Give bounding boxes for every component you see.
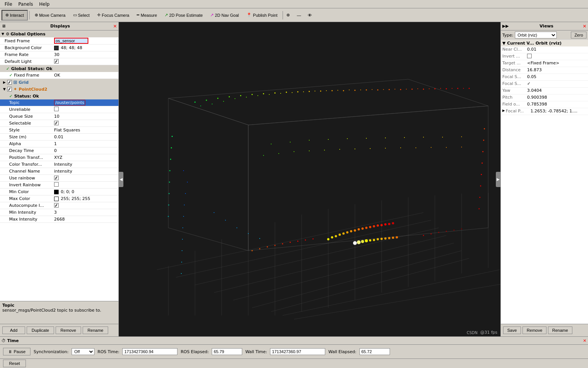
move-camera-button[interactable]: ⊕ Move Camera: [31, 10, 69, 21]
publish-point-label: Publish Point: [253, 13, 277, 18]
svg-point-151: [290, 242, 291, 243]
views-fov-val[interactable]: 0.785398: [527, 102, 547, 107]
topic-value[interactable]: /ouster/points: [53, 100, 118, 106]
queue-size-value[interactable]: 10: [53, 114, 118, 119]
displays-panel-close[interactable]: ✕: [113, 24, 117, 29]
pause-button[interactable]: ⏸ Pause: [3, 348, 30, 355]
views-target-val[interactable]: <Fixed Frame>: [527, 61, 559, 66]
extra-btn-3[interactable]: 👁: [306, 10, 316, 21]
ros-elapsed-input[interactable]: [212, 348, 242, 355]
time-title: Time: [7, 338, 19, 343]
views-rename-btn[interactable]: Rename: [548, 326, 572, 334]
time-panel-close[interactable]: ✕: [583, 338, 586, 343]
menu-panels[interactable]: Panels: [15, 1, 36, 8]
use-rainbow-value[interactable]: ✓: [53, 175, 118, 181]
svg-point-113: [431, 147, 431, 148]
max-color-value[interactable]: 255; 255; 255: [53, 196, 118, 202]
2d-pose-button[interactable]: ↗ 2D Pose Estimate: [161, 10, 206, 21]
color-transf-value[interactable]: Intensity: [53, 162, 118, 167]
zero-btn[interactable]: Zero: [571, 32, 586, 38]
svg-point-41: [366, 90, 367, 91]
alpha-value[interactable]: 1: [53, 141, 118, 147]
views-pitch-val[interactable]: 0.900398: [527, 95, 547, 100]
unreliable-value[interactable]: [53, 106, 118, 113]
queue-size-label: Queue Size: [0, 114, 53, 119]
size-value[interactable]: 0.01: [53, 134, 118, 140]
views-yaw-val[interactable]: 3.0404: [527, 88, 542, 93]
menu-help[interactable]: Help: [36, 1, 53, 8]
measure-button[interactable]: ━ Measure: [133, 10, 160, 21]
ros-time-input[interactable]: [122, 348, 177, 355]
views-distance-val[interactable]: 16.873: [527, 67, 542, 72]
views-focal-p-val[interactable]: 1.2653; -0.78542; 1....: [530, 109, 577, 114]
channel-name-value[interactable]: intensity: [53, 168, 118, 174]
fixed-frame-input[interactable]: [54, 38, 88, 44]
views-save-btn[interactable]: Save: [503, 326, 521, 334]
invert-checkbox[interactable]: [527, 54, 532, 58]
point-cloud-points-top: [195, 88, 470, 107]
add-button[interactable]: Add: [2, 326, 25, 334]
grid-section[interactable]: ▶ ✓ ⊞ Grid: [0, 79, 118, 86]
pointcloud2-section[interactable]: ▼ ✓ ✦ PointCloud2: [0, 86, 118, 93]
use-rainbow-checkbox[interactable]: ✓: [54, 176, 59, 180]
wall-time-input[interactable]: [270, 348, 325, 355]
viewport[interactable]: ◀ ▶ CSDN @31 fps: [119, 22, 500, 336]
menu-file[interactable]: File: [2, 1, 15, 8]
reset-button[interactable]: Reset: [3, 360, 26, 367]
bg-color-value[interactable]: 48; 48; 48: [53, 45, 118, 51]
sync-select[interactable]: Off: [72, 348, 94, 355]
fixed-frame-value[interactable]: [53, 37, 118, 44]
extra-btn-1[interactable]: ⊕: [284, 10, 294, 21]
views-focal-s1-val[interactable]: 0.05: [527, 74, 537, 79]
decay-time-value[interactable]: 0: [53, 148, 118, 154]
views-near-clip-val[interactable]: 0.01: [527, 47, 537, 52]
invert-rainbow-checkbox[interactable]: [54, 182, 59, 187]
autocompute-checkbox[interactable]: ✓: [54, 203, 59, 208]
max-intensity-value[interactable]: 2668: [53, 216, 118, 222]
interact-button[interactable]: ⊕ Interact: [2, 10, 28, 21]
focus-camera-button[interactable]: ✛ Focus Camera: [94, 10, 133, 21]
wall-elapsed-input[interactable]: [360, 348, 390, 355]
invert-rainbow-value[interactable]: [53, 182, 118, 188]
grid-checkbox[interactable]: ✓: [7, 80, 12, 85]
toolbar-sep-2: [283, 11, 283, 19]
views-invert-val[interactable]: [527, 54, 532, 59]
2d-nav-button[interactable]: ↗ 2D Nav Goal: [207, 10, 242, 21]
publish-point-button[interactable]: 📍 Publish Point: [243, 10, 281, 21]
svg-point-78: [169, 170, 171, 171]
duplicate-button[interactable]: Duplicate: [27, 326, 54, 334]
views-panel-close[interactable]: ✕: [583, 24, 586, 29]
views-list: ▼ Current V... Orbit (rviz) Near Cl... 0…: [501, 40, 588, 324]
views-remove-btn[interactable]: Remove: [522, 326, 546, 334]
remove-button[interactable]: Remove: [56, 326, 81, 334]
frame-rate-value[interactable]: 30: [53, 52, 118, 58]
svg-point-147: [259, 248, 260, 250]
selectable-checkbox[interactable]: ✓: [54, 121, 59, 125]
min-intensity-value[interactable]: 3: [53, 210, 118, 215]
svg-point-125: [361, 227, 364, 230]
viewport-collapse-right[interactable]: ▶: [496, 172, 500, 187]
views-current-section[interactable]: ▼ Current V... Orbit (rviz): [501, 40, 588, 46]
style-value[interactable]: Flat Squares: [53, 127, 118, 133]
views-type-select[interactable]: Orbit (rviz): [515, 32, 557, 38]
select-button[interactable]: ▭ Select: [70, 10, 93, 21]
pc2-status-row[interactable]: ✓ Status: Ok: [0, 93, 118, 99]
rename-button[interactable]: Rename: [83, 326, 109, 334]
views-panel-icon: ▶▶: [502, 24, 509, 29]
min-color-value[interactable]: 0; 0; 0: [53, 189, 118, 195]
pc2-checkbox[interactable]: ✓: [7, 87, 12, 91]
default-light-checkbox[interactable]: ✓: [54, 59, 59, 64]
unreliable-checkbox[interactable]: [54, 107, 59, 111]
viewport-collapse-left[interactable]: ◀: [119, 172, 123, 187]
views-focal-s2-val[interactable]: ✓: [527, 81, 530, 86]
selectable-value[interactable]: ✓: [53, 120, 118, 126]
queue-size-row: Queue Size 10: [0, 113, 118, 120]
svg-point-174: [248, 233, 249, 234]
autocompute-value[interactable]: ✓: [53, 203, 118, 209]
extra-btn-2[interactable]: —: [295, 10, 305, 21]
svg-point-126: [365, 227, 368, 229]
default-light-value[interactable]: ✓: [53, 59, 118, 65]
global-status-section[interactable]: ✓ Global Status: Ok: [0, 65, 118, 72]
global-options-section[interactable]: ▼ ⚙ Global Options: [0, 30, 118, 37]
pos-transf-value[interactable]: XYZ: [53, 155, 118, 160]
